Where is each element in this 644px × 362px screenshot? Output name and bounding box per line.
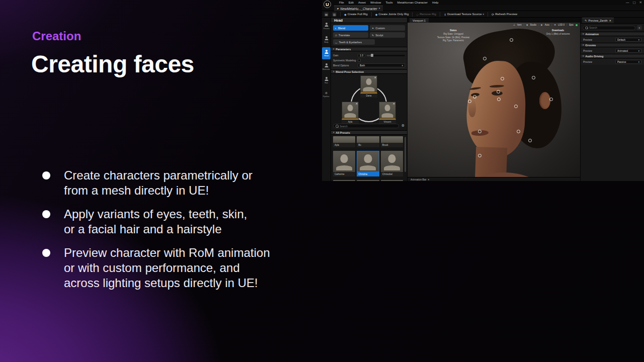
face-control-point[interactable] [468, 100, 471, 103]
viewport-quality-dropdown[interactable]: Auto [545, 24, 549, 26]
grooms-section-header[interactable]: ▾ Grooms [581, 43, 644, 47]
audio-driving-section-header[interactable]: ▾ Audio Driving [581, 54, 644, 58]
maximize-button[interactable]: ▢ [632, 1, 635, 5]
menu-window[interactable]: Window [370, 1, 381, 4]
asset-modified-marker: * [379, 7, 380, 11]
preset-card[interactable] [333, 180, 355, 181]
preset-card[interactable]: Christobel [381, 151, 403, 178]
remove-pose-icon[interactable]: ✕ [393, 102, 395, 105]
symmetric-modeling-label: Symmetric Modeling [333, 59, 356, 62]
gain-value[interactable]: 1.0 [358, 54, 365, 57]
menu-edit[interactable]: Edit [349, 1, 354, 4]
save-icon[interactable]: ▤ [324, 12, 329, 17]
tool-label: Sculpt [375, 34, 383, 37]
preset-card[interactable] [357, 180, 379, 181]
remove-pose-icon[interactable]: ✕ [356, 102, 358, 105]
face-control-point[interactable] [549, 98, 553, 101]
animation-dropdown[interactable]: Default ▾ [615, 38, 641, 42]
preset-card[interactable]: Bo [357, 136, 379, 149]
menu-help[interactable]: Help [432, 1, 438, 4]
section-title: Blend Pose Selection [336, 70, 364, 73]
download-texture-source-button[interactable]: ⇓ Download Texture Source ▾ [444, 13, 484, 16]
rail-item-hair[interactable]: Hair [322, 74, 331, 86]
viewport-lod-dropdown[interactable]: LOD 0 [558, 24, 565, 26]
remove-pose-icon[interactable]: ✕ [374, 76, 376, 79]
rail-label: Pipeline [323, 95, 330, 98]
grooms-dropdown[interactable]: Animated ▾ [615, 49, 641, 53]
pose-thumb-left[interactable]: ✕ Ayla [342, 102, 359, 124]
close-tab-icon[interactable]: ✕ [609, 19, 612, 22]
face-control-point[interactable] [497, 98, 501, 101]
tool-sculpt-button[interactable]: ✎ Sculpt [370, 32, 405, 38]
symmetric-modeling-checkbox[interactable] [358, 59, 361, 62]
face-control-point[interactable] [478, 154, 481, 157]
gain-slider[interactable] [367, 55, 405, 56]
presentation-slide: Creation Creating faces Create character… [0, 0, 644, 362]
face-control-point[interactable] [532, 76, 535, 79]
tool-translate-button[interactable]: ◇ Translate [333, 32, 368, 38]
collapse-arrow-icon: ▾ [333, 48, 334, 50]
tool-blend-button[interactable]: ◐ Blend [333, 25, 368, 31]
gear-icon[interactable]: ⚙ [400, 123, 406, 128]
animation-bar-label[interactable]: Animation Bar [411, 178, 426, 181]
create-joints-only-rig-button[interactable]: ◆ Create Joints Only Rig [375, 13, 409, 16]
viewport-view-dropdown[interactable]: Item [517, 24, 522, 26]
pose-search-input[interactable] [340, 125, 396, 128]
face-control-point[interactable] [483, 57, 487, 60]
head-icon [325, 50, 329, 54]
menu-file[interactable]: File [339, 1, 344, 4]
asset-tab[interactable]: ▸ NewMetaHu..._Character * [334, 6, 383, 11]
viewport-lighting-dropdown[interactable]: Studio [530, 24, 536, 26]
viewport-tab[interactable]: Viewport 1 [410, 18, 429, 23]
blend-selection-section-header[interactable]: ▾ Blend Pose Selection [331, 69, 407, 74]
face-control-point[interactable] [478, 130, 481, 133]
create-full-rig-label: Create Full Rig [348, 13, 368, 16]
slider-knob[interactable] [371, 54, 373, 57]
minimize-button[interactable]: — [626, 1, 629, 5]
rail-item-head[interactable]: Head [322, 47, 331, 59]
all-presets-section-header[interactable]: ▾ All Presets [331, 130, 407, 135]
parameters-section-header[interactable]: ▾ Parameters [331, 47, 407, 51]
rail-item-pipeline[interactable]: ⚙ Pipeline [322, 88, 331, 100]
pose-thumb-top[interactable]: ✕ Dana [360, 75, 377, 98]
face-control-point[interactable] [510, 38, 513, 42]
rail-item-materials[interactable]: Materials [322, 61, 331, 73]
close-button[interactable]: ✕ [639, 1, 642, 5]
preset-card[interactable]: Brook [381, 136, 403, 149]
tool-custom-button[interactable]: ✦ Custom [370, 25, 405, 31]
browse-icon[interactable]: ▥ [332, 12, 337, 17]
audio-driving-dropdown[interactable]: Passive ▾ [615, 60, 641, 64]
face-control-point[interactable] [514, 105, 518, 108]
preview-search-input[interactable] [589, 26, 633, 29]
menu-asset[interactable]: Asset [358, 1, 366, 4]
blend-options-dropdown[interactable]: Both ▾ [358, 63, 405, 67]
wrench-icon: ⚙ [325, 91, 328, 95]
face-control-point[interactable] [501, 77, 504, 80]
preset-card[interactable]: Catherine [333, 151, 355, 178]
face-control-point[interactable] [517, 130, 520, 133]
preset-card[interactable] [381, 180, 403, 181]
tool-teeth-eyelashes-button[interactable]: ◡ Teeth & Eyelashes [333, 39, 375, 45]
remove-rig-button[interactable]: ◇ Remove Rig [416, 13, 436, 16]
rail-item-body[interactable]: Body [322, 34, 331, 46]
viewport-scene[interactable]: ∠ Item | ◆ Studio | ▶ Auto | ⊞ LOD 0 | E… [408, 23, 580, 177]
face-control-point[interactable] [497, 90, 500, 94]
preview-tab[interactable]: ✎ Preview_Zanith ✕ [582, 18, 614, 23]
face-control-point[interactable] [528, 139, 532, 142]
filter-icon[interactable]: ≡ [637, 25, 642, 30]
refresh-preview-button[interactable]: ⟳ Refresh Preview [492, 13, 517, 16]
menu-tools[interactable]: Tools [385, 1, 392, 4]
rail-label: Materials [323, 68, 330, 70]
rail-item-presets[interactable]: Presets [322, 20, 331, 32]
menu-metahuman-character[interactable]: MetaHuman Character [397, 1, 428, 4]
scrollbar[interactable] [405, 137, 406, 172]
animation-section-header[interactable]: ▾ Animation [581, 32, 644, 36]
refresh-preview-label: Refresh Preview [495, 13, 517, 16]
viewport-mode-dropdown[interactable]: Epic [569, 24, 574, 26]
tool-label: Translate [339, 34, 350, 37]
preset-card-selected[interactable]: Christina [357, 151, 379, 178]
pose-thumb-right[interactable]: ✕ Vincent [379, 102, 396, 124]
preset-card[interactable]: Ayla [333, 136, 355, 149]
create-full-rig-button[interactable]: ◆ Create Full Rig [344, 13, 368, 16]
face-control-point[interactable] [473, 95, 476, 99]
